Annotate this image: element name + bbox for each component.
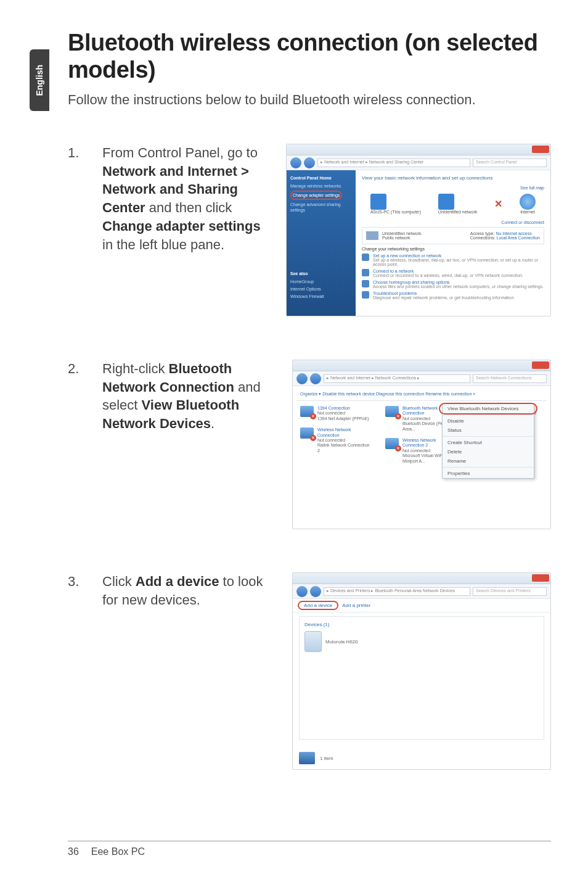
language-tab: English (30, 49, 49, 111)
breadcrumb[interactable]: ▸ Devices and Printers ▸ Bluetooth Perso… (324, 587, 470, 596)
step-text: Click Add a device to look for new devic… (102, 572, 275, 609)
connection-icon (300, 427, 314, 439)
task-link[interactable]: Connect to a networkConnect or reconnect… (362, 269, 544, 278)
sidebar-heading: Control Panel Home (290, 175, 352, 181)
window-navbar: ▸ Devices and Printers ▸ Bluetooth Perso… (293, 584, 550, 599)
intro-text: Follow the instructions below to build B… (68, 91, 551, 109)
see-full-map-link[interactable]: See full map (362, 186, 544, 190)
menu-item[interactable]: Properties (443, 469, 534, 478)
window-titlebar (287, 144, 550, 155)
step-number: 3. (68, 572, 85, 591)
connect-disconnect-link[interactable]: Connect or disconnect (362, 220, 544, 225)
back-icon[interactable] (296, 586, 308, 597)
see-also-heading: See also (290, 271, 352, 276)
window-titlebar (293, 573, 550, 584)
sidebar-link[interactable]: Manage wireless networks (290, 183, 352, 189)
active-network-box: Unidentified networkPublic network Acces… (362, 227, 544, 244)
language-label: English (35, 65, 44, 96)
network-thumb-icon (366, 231, 378, 240)
device-group-header: Devices (1) (304, 622, 539, 627)
sidebar-pane: Control Panel Home Manage wireless netwo… (287, 170, 356, 316)
computer-icon (370, 194, 386, 210)
menu-item[interactable]: Rename (443, 456, 534, 466)
step-text: Right-click Bluetooth Network Connection… (102, 360, 275, 433)
forward-icon[interactable] (304, 157, 315, 168)
breadcrumb[interactable]: ▸ Network and Internet ▸ Network Connect… (324, 374, 470, 383)
device-list: Devices (1) Motorola H620 (299, 616, 544, 740)
sidebar-link[interactable]: HomeGroup (290, 279, 352, 284)
step-1: 1. From Control Panel, go to Network and… (68, 144, 551, 316)
task-link[interactable]: Set up a new connection or networkSet up… (362, 254, 544, 266)
status-icon (299, 752, 315, 764)
menu-item[interactable]: Delete (443, 447, 534, 456)
menu-item[interactable]: Status (443, 426, 534, 435)
task-icon (362, 254, 369, 261)
internet-icon (520, 194, 536, 210)
sidebar-link[interactable]: Change advanced sharing settings (290, 202, 352, 213)
device-label: Motorola H620 (325, 639, 357, 645)
connection-item[interactable]: 1394 ConnectionNot connected1394 Net Ada… (300, 406, 373, 421)
item-count: 1 item (320, 756, 333, 761)
search-input[interactable]: Search Network Connections (473, 374, 547, 383)
connection-icon (385, 438, 399, 449)
disconnected-icon: ✕ (494, 198, 502, 210)
menu-item-view-bluetooth-devices[interactable]: View Bluetooth Network Devices (443, 404, 534, 413)
step-number: 2. (68, 360, 85, 378)
toolbar[interactable]: Organize ▾ Disable this network device D… (296, 390, 547, 401)
sidebar-link-change-adapter[interactable]: Change adapter settings (290, 191, 352, 200)
step-text: From Control Panel, go to Network and In… (102, 144, 269, 254)
forward-icon[interactable] (310, 373, 321, 384)
close-icon[interactable] (532, 574, 549, 582)
forward-icon[interactable] (310, 586, 321, 597)
back-icon[interactable] (296, 373, 308, 384)
connection-item[interactable]: Wireless Network ConnectionNot connected… (300, 427, 373, 453)
window-navbar: ▸ Network and Internet ▸ Network Connect… (293, 371, 550, 386)
close-icon[interactable] (532, 361, 549, 369)
screenshot-network-connections: ▸ Network and Internet ▸ Network Connect… (292, 360, 551, 529)
network-icon (438, 194, 454, 210)
toolbar: Add a device Add a printer (293, 599, 550, 613)
main-pane: View your basic network information and … (356, 170, 550, 316)
footer-title: Eee Box PC (91, 846, 145, 857)
device-icon (304, 631, 322, 652)
breadcrumb[interactable]: ▸ Network and Internet ▸ Network and Sha… (317, 159, 470, 167)
search-input[interactable]: Search Devices and Printers (473, 587, 547, 596)
screenshot-network-sharing-center: ▸ Network and Internet ▸ Network and Sha… (286, 144, 551, 316)
task-icon (362, 269, 369, 276)
window-titlebar (293, 360, 550, 371)
task-link[interactable]: Choose homegroup and sharing optionsAcce… (362, 280, 544, 289)
connection-icon (300, 406, 314, 417)
connection-icon (385, 406, 399, 417)
status-bar: 1 item (299, 752, 333, 764)
device-item[interactable]: Motorola H620 (304, 631, 539, 652)
sidebar-link[interactable]: Windows Firewall (290, 294, 352, 299)
search-input[interactable]: Search Control Panel (473, 159, 547, 167)
menu-item[interactable]: Disable (443, 416, 534, 426)
step-2: 2. Right-click Bluetooth Network Connect… (68, 360, 551, 529)
screenshot-bluetooth-devices: ▸ Devices and Printers ▸ Bluetooth Perso… (292, 572, 551, 770)
menu-item[interactable]: Create Shortcut (443, 438, 534, 447)
add-device-button[interactable]: Add a device (298, 601, 338, 610)
step-number: 1. (68, 144, 85, 162)
task-icon (362, 280, 369, 287)
sidebar-link[interactable]: Internet Options (290, 286, 352, 292)
back-icon[interactable] (290, 157, 301, 168)
window-navbar: ▸ Network and Internet ▸ Network and Sha… (287, 155, 550, 170)
page-footer: 36 Eee Box PC (68, 841, 551, 857)
tasks-heading: Change your networking settings (362, 247, 544, 251)
task-icon (362, 291, 369, 299)
network-map: ASUS-PC (This computer) Unidentified net… (362, 194, 544, 214)
page-number: 36 (68, 846, 79, 857)
page-title: Bluetooth wireless connection (on select… (68, 30, 551, 83)
main-heading: View your basic network information and … (362, 175, 544, 181)
task-link[interactable]: Troubleshoot problemsDiagnose and repair… (362, 291, 544, 300)
step-3: 3. Click Add a device to look for new de… (68, 572, 551, 770)
context-menu: View Bluetooth Network Devices Disable S… (442, 403, 534, 479)
close-icon[interactable] (532, 146, 549, 153)
page-content: Bluetooth wireless connection (on select… (68, 30, 551, 813)
add-printer-button[interactable]: Add a printer (342, 603, 370, 608)
